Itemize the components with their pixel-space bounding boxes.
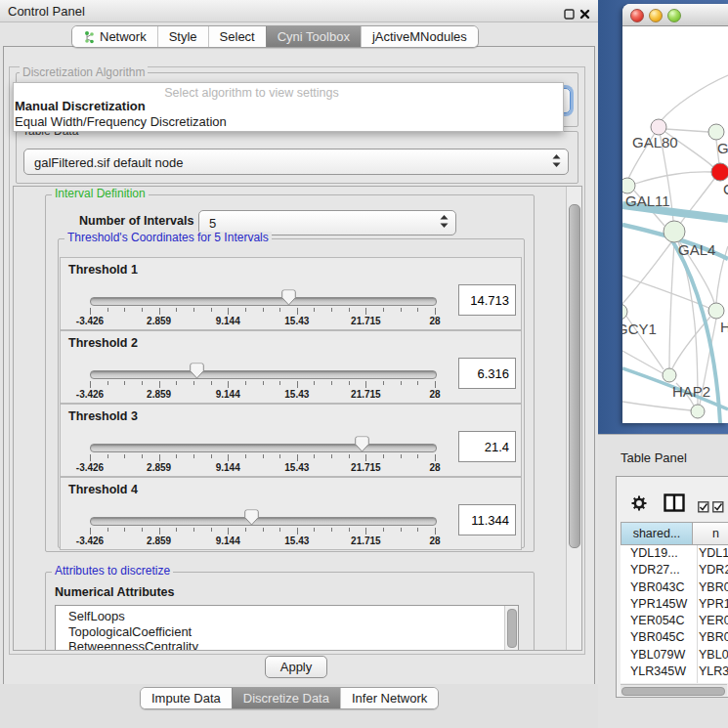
slider-track[interactable] [90, 370, 437, 379]
checkbox-checked-icon[interactable] [712, 499, 724, 517]
mac-minimize-button[interactable] [649, 9, 663, 22]
table-row[interactable]: YBL079WYBL0 [621, 647, 728, 664]
slider-thumb[interactable] [190, 363, 204, 379]
table-cell-shared-name: YBL079W [630, 647, 685, 664]
table-cell-name: YER0 [699, 613, 728, 629]
attribute-item-betweennesscentrality[interactable]: BetweennessCentrality [56, 639, 518, 651]
tick-mark [263, 308, 264, 312]
table-panel: shared... n YDL19...YDL1YDR27...YDR2YBR0… [616, 476, 728, 698]
slider-thumb[interactable] [355, 436, 369, 452]
tick-label: 21.715 [351, 462, 381, 473]
tab-cyni-toolbox[interactable]: Cyni Toolbox [266, 26, 361, 47]
float-window-icon[interactable] [564, 6, 575, 23]
slider-tick-labels: -3.4262.8599.14415.4321.71528 [90, 316, 435, 326]
tick-mark [159, 381, 160, 388]
number-of-intervals-value: 5 [209, 216, 216, 231]
algorithm-option-manual-discretization[interactable]: Manual Discretization [15, 99, 146, 113]
attributes-scrollbar[interactable] [504, 606, 518, 651]
horizontal-scrollbar-thumb[interactable] [621, 687, 725, 696]
vertical-scrollbar-thumb[interactable] [569, 204, 580, 548]
tab-network[interactable]: Network [72, 26, 157, 47]
table-cell-shared-name: YDR27... [630, 562, 680, 578]
tab-impute-data[interactable]: Impute Data [141, 688, 232, 708]
tick-mark [435, 308, 436, 315]
network-node[interactable] [691, 405, 705, 418]
tick-label: 2.859 [147, 462, 171, 473]
slider-thumb[interactable] [281, 289, 296, 306]
network-node[interactable] [663, 368, 676, 382]
horizontal-scrollbar[interactable] [621, 684, 727, 696]
threshold-value-input[interactable] [458, 284, 516, 316]
slider-track[interactable] [90, 517, 437, 526]
table-cell-shared-name: YBR045C [630, 629, 685, 646]
network-edge [635, 172, 711, 184]
tick-mark [193, 308, 194, 312]
algorithm-option-equal-width-frequency-discretization[interactable]: Equal Width/Frequency Discretization [15, 114, 227, 129]
network-edge [662, 75, 728, 120]
network-node[interactable] [651, 119, 666, 135]
network-node-label: GAL4 [678, 241, 715, 258]
tick-mark [263, 528, 264, 532]
slider-tick-labels: -3.4262.8599.14415.4321.71528 [90, 535, 435, 546]
network-edge [622, 402, 691, 410]
attributes-scrollbar-thumb[interactable] [507, 609, 517, 648]
network-canvas[interactable]: GAL80GACGAL11GAL4GCY1HHAP2 [622, 26, 728, 423]
network-node[interactable] [664, 221, 685, 242]
tab-style[interactable]: Style [157, 26, 208, 47]
gear-icon[interactable] [631, 495, 647, 515]
tick-mark [383, 528, 384, 532]
attribute-item-selfloops[interactable]: SelfLoops [56, 609, 518, 624]
slider-track[interactable] [90, 297, 437, 306]
tick-label: 2.859 [147, 316, 171, 326]
threshold-value-input[interactable] [458, 504, 516, 535]
apply-button[interactable]: Apply [265, 656, 327, 678]
column-header-name[interactable]: n [693, 522, 728, 545]
tick-mark [211, 454, 212, 458]
table-row[interactable]: YER054CYER0 [621, 613, 728, 629]
tick-mark [176, 308, 177, 312]
slider-ticks [90, 528, 435, 535]
tick-mark [314, 308, 315, 312]
table-row[interactable]: YBR043CYBR0 [621, 579, 728, 596]
column-layout-icon[interactable] [664, 493, 685, 516]
column-header-shared-name[interactable]: shared... [621, 522, 693, 545]
application-root: Control Panel NetworkStyleSelectCyni Too… [0, 0, 728, 728]
slider-thumb[interactable] [244, 509, 259, 526]
network-node[interactable] [711, 163, 728, 181]
table-cell-name: YBR0 [699, 579, 728, 596]
table-row[interactable]: YPR145WYPR1 [621, 596, 728, 613]
mac-zoom-button[interactable] [667, 9, 681, 22]
network-window-titlebar[interactable] [622, 4, 728, 26]
table-row[interactable]: YLR345WYLR3 [621, 664, 728, 680]
table-row[interactable]: YDR27...YDR2 [621, 562, 728, 578]
tick-mark [417, 528, 418, 532]
threshold-value-input[interactable] [458, 358, 516, 389]
slider-track[interactable] [90, 444, 437, 452]
table-cell-name: YPR1 [699, 596, 728, 613]
tick-label: 15.43 [284, 535, 309, 546]
tab-discretize-data[interactable]: Discretize Data [232, 688, 340, 708]
close-icon[interactable] [579, 6, 590, 23]
table-row[interactable]: YBR045CYBR0 [621, 629, 728, 646]
tab-select[interactable]: Select [208, 26, 266, 47]
table-row[interactable]: YIL052CYIL0 [621, 680, 728, 683]
tick-label: 9.144 [216, 316, 240, 326]
network-node[interactable] [708, 303, 724, 319]
threshold-value-input[interactable] [458, 431, 516, 462]
checkbox-checked-icon[interactable] [698, 499, 709, 517]
mac-close-button[interactable] [630, 9, 644, 22]
tick-mark [159, 454, 160, 461]
tick-mark [245, 528, 246, 532]
tab-jactivemnodules[interactable]: jActiveMNodules [361, 26, 478, 47]
network-node[interactable] [622, 178, 635, 193]
attribute-item-topologicalcoefficient[interactable]: TopologicalCoefficient [56, 624, 518, 640]
tick-mark [365, 454, 366, 461]
numerical-attributes-list[interactable]: SelfLoopsTopologicalCoefficientBetweenne… [55, 605, 519, 651]
tab-infer-network[interactable]: Infer Network [340, 688, 438, 708]
vertical-scrollbar[interactable] [566, 187, 581, 650]
network-node[interactable] [708, 124, 724, 140]
table-row[interactable]: YDL19...YDL1 [621, 545, 728, 562]
tick-mark [159, 528, 160, 535]
table-data-select[interactable]: galFiltered.sif default node [23, 149, 569, 175]
network-node-label: HAP2 [672, 383, 710, 400]
